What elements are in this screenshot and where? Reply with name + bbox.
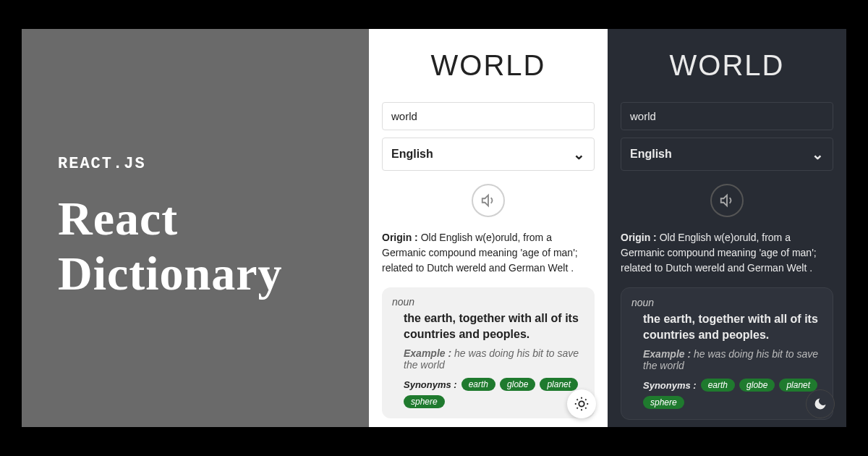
- example-block: Example : he was doing his bit to save t…: [404, 347, 584, 371]
- synonyms-row: Synonyms : earth globe planet sphere: [643, 379, 822, 409]
- origin-block: Origin : Old English w(e)oruld, from a G…: [621, 230, 833, 276]
- synonym-chip[interactable]: globe: [500, 378, 535, 391]
- language-selected: English: [630, 148, 672, 161]
- promo-title: React Dictionary: [58, 191, 340, 301]
- app-panel-dark: WORLD English ⌄ Origin : Old English w(e…: [608, 29, 846, 427]
- definition-text: the earth, together with all of its coun…: [404, 311, 584, 342]
- origin-label: Origin :: [621, 232, 657, 243]
- synonym-chip[interactable]: sphere: [643, 396, 684, 409]
- audio-play-button[interactable]: [710, 184, 744, 217]
- speaker-icon: [719, 193, 735, 208]
- synonym-chip[interactable]: earth: [701, 379, 735, 392]
- theme-toggle-button[interactable]: [806, 389, 835, 418]
- synonym-chip[interactable]: planet: [540, 378, 578, 391]
- audio-play-button[interactable]: [472, 184, 505, 217]
- theme-toggle-button[interactable]: [567, 389, 596, 418]
- search-input[interactable]: [382, 102, 595, 130]
- synonyms-row: Synonyms : earth globe planet sphere: [404, 378, 584, 408]
- synonym-chip[interactable]: globe: [739, 379, 775, 392]
- language-select[interactable]: English ⌄: [621, 138, 833, 171]
- definition-card: noun the earth, together with all of its…: [382, 287, 595, 418]
- moon-icon: [813, 397, 827, 411]
- sun-icon: [574, 396, 590, 412]
- synonyms-label: Synonyms :: [404, 379, 457, 390]
- language-selected: English: [391, 148, 433, 161]
- synonyms-label: Synonyms :: [643, 380, 697, 391]
- origin-block: Origin : Old English w(e)oruld, from a G…: [382, 230, 595, 276]
- synonym-chip[interactable]: sphere: [404, 395, 445, 408]
- synonym-chip[interactable]: planet: [779, 379, 817, 392]
- app-panel-light: WORLD English ⌄ Origin : Old English w(e…: [369, 29, 608, 427]
- part-of-speech: noun: [631, 297, 822, 308]
- chevron-down-icon: ⌄: [573, 145, 585, 163]
- svg-point-0: [579, 401, 584, 406]
- example-label: Example :: [404, 347, 451, 359]
- word-heading: WORLD: [621, 49, 833, 82]
- definition-text: the earth, together with all of its coun…: [643, 311, 822, 342]
- example-block: Example : he was doing his bit to save t…: [643, 348, 822, 371]
- language-select[interactable]: English ⌄: [382, 138, 595, 171]
- speaker-icon: [480, 193, 496, 208]
- word-heading: WORLD: [382, 49, 595, 82]
- chevron-down-icon: ⌄: [812, 145, 824, 163]
- synonym-chip[interactable]: earth: [461, 378, 495, 391]
- search-input[interactable]: [621, 102, 833, 130]
- promo-eyebrow: REACT.JS: [58, 155, 340, 173]
- definition-card: noun the earth, together with all of its…: [621, 287, 833, 420]
- part-of-speech: noun: [392, 296, 584, 308]
- promo-panel: REACT.JS React Dictionary: [22, 29, 369, 427]
- example-label: Example :: [643, 348, 691, 360]
- origin-label: Origin :: [382, 232, 418, 243]
